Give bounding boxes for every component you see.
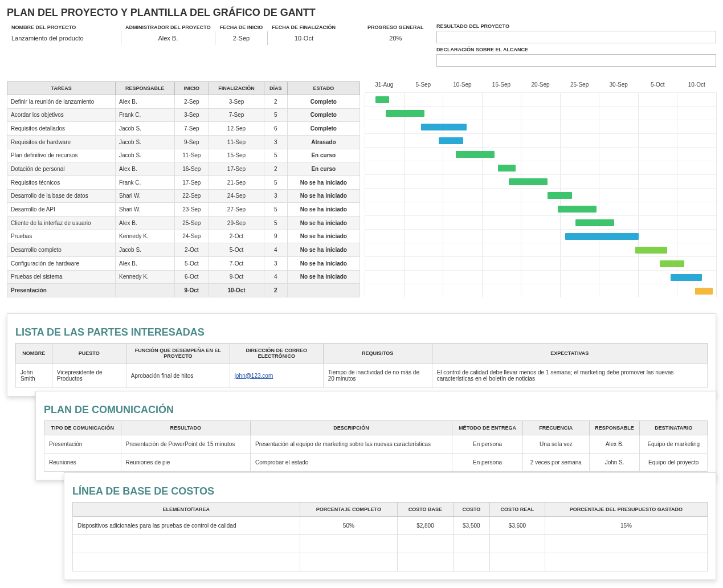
gantt-bar — [439, 137, 463, 144]
gantt-date: 25-Sep — [560, 81, 599, 88]
scope-input[interactable] — [436, 54, 716, 67]
scope-label: DECLARACIÓN SOBRE EL ALCANCE — [436, 47, 716, 52]
gantt-bar — [695, 288, 713, 295]
task-header-task: TAREAS — [7, 82, 116, 95]
gantt-date: 10-Sep — [443, 81, 482, 88]
gantt-bar — [548, 192, 572, 199]
comm-header: TIPO DE COMUNICACIÓN — [44, 421, 121, 435]
stakeholders-table: NOMBREPUESTOFUNCIÓN QUE DESEMPEÑA EN EL … — [15, 343, 708, 388]
gantt-date: 10-Oct — [677, 81, 717, 88]
stk-header: NOMBRE — [16, 344, 52, 364]
gantt-row — [365, 147, 716, 161]
comm-header: RESPONSABLE — [589, 421, 640, 435]
task-header-end: FINALIZACIÓN — [209, 82, 264, 95]
meta-h-name: NOMBRE DEL PROYECTO — [7, 23, 121, 31]
project-meta: NOMBRE DEL PROYECTO ADMINISTRADOR DEL PR… — [7, 23, 716, 70]
task-row: Presentación9-Oct10-Oct2 — [7, 284, 360, 297]
gantt-row — [365, 256, 716, 270]
task-header-resp: RESPONSABLE — [116, 82, 175, 95]
gantt-bar — [386, 110, 424, 117]
gantt-row — [365, 229, 716, 243]
gantt-date: 20-Sep — [521, 81, 560, 88]
gantt-bar — [456, 151, 495, 158]
cost-row-empty — [73, 553, 708, 571]
task-row: PruebasKennedy K.24-Sep2-Oct9No se ha in… — [7, 230, 360, 243]
gantt-bar — [498, 165, 516, 172]
task-row: Desarrollo de la base de datosShari W.22… — [7, 189, 360, 203]
cost-header: COSTO REAL — [489, 503, 545, 517]
gantt-date: 30-Sep — [599, 81, 638, 88]
task-row: Requisitos detalladosJacob S.7-Sep12-Sep… — [7, 122, 360, 136]
meta-table: NOMBRE DEL PROYECTO ADMINISTRADOR DEL PR… — [7, 23, 428, 45]
gantt-row — [365, 243, 716, 256]
stk-header: DIRECCIÓN DE CORREO ELECTRÓNICO — [230, 344, 323, 364]
task-row: Desarrollo de APIShari W.23-Sep27-Sep5No… — [7, 203, 360, 217]
comm-header: DESTINATARIO — [640, 421, 708, 435]
gantt-row — [365, 215, 716, 229]
cost-header: COSTO BASE — [398, 503, 454, 517]
meta-h-end: FECHA DE FINALIZACIÓN — [267, 23, 340, 31]
cost-table: ELEMENTO/TAREAPORCENTAJE COMPLETOCOSTO B… — [72, 502, 708, 571]
gantt-bar — [635, 247, 667, 254]
meta-end: 10-Oct — [267, 31, 340, 45]
task-header-days: DÍAS — [264, 82, 287, 95]
gantt-row — [365, 174, 716, 188]
gantt-row — [365, 120, 716, 133]
gantt-chart: 31-Aug5-Sep10-Sep15-Sep20-Sep25-Sep30-Se… — [365, 81, 716, 297]
cost-card: LÍNEA DE BASE DE COSTOS ELEMENTO/TAREAPO… — [64, 472, 716, 580]
gantt-date: 5-Sep — [404, 81, 443, 88]
result-label: RESULTADO DEL PROYECTO — [436, 23, 716, 29]
comm-header: FRECUENCIA — [523, 421, 590, 435]
stk-header: REQUISITOS — [323, 344, 432, 364]
stk-header: PUESTO — [52, 344, 126, 364]
task-table: TAREASRESPONSABLEINICIOFINALIZACIÓNDÍASE… — [7, 81, 360, 297]
stakeholder-row: John SmithVicepresidente de ProductosApr… — [16, 364, 708, 388]
result-input[interactable] — [436, 31, 716, 43]
comm-row: PresentaciónPresentación de PowerPoint d… — [44, 435, 708, 454]
page-title: PLAN DEL PROYECTO Y PLANTILLA DEL GRÁFIC… — [7, 7, 716, 19]
meta-h-start: FECHA DE INICIO — [215, 23, 268, 31]
cost-header: PORCENTAJE COMPLETO — [300, 503, 398, 517]
meta-h-progress: PROGRESO GENERAL — [363, 23, 428, 31]
meta-admin: Alex B. — [121, 31, 215, 45]
meta-h-admin: ADMINISTRADOR DEL PROYECTO — [121, 23, 215, 31]
gantt-row — [365, 284, 716, 297]
gantt-bar — [509, 178, 548, 185]
gantt-row — [365, 92, 716, 106]
task-row: Requisitos de hardwareJacob S.9-Sep11-Se… — [7, 135, 360, 149]
cost-title: LÍNEA DE BASE DE COSTOS — [72, 485, 708, 497]
gantt-bar — [671, 274, 702, 281]
comm-header: DESCRIPCIÓN — [251, 421, 452, 435]
gantt-row — [365, 188, 716, 202]
gantt-row — [365, 133, 716, 147]
gantt-row — [365, 270, 716, 284]
task-row: Plan definitivo de recursosJacob S.11-Se… — [7, 149, 360, 162]
cost-row: Dispositivos adicionales para las prueba… — [73, 517, 708, 535]
email-link[interactable]: john@123.com — [235, 373, 273, 379]
task-row: Desarrollo completoJacob S.2-Oct5-Oct4No… — [7, 243, 360, 257]
gantt-bar — [660, 260, 684, 267]
stk-header: FUNCIÓN QUE DESEMPEÑA EN EL PROYECTO — [126, 344, 230, 364]
meta-name: Lanzamiento del producto — [7, 31, 121, 45]
task-row: Requisitos técnicosFrank C.17-Sep21-Sep5… — [7, 175, 360, 189]
gantt-date: 15-Sep — [482, 81, 521, 88]
communication-table: TIPO DE COMUNICACIÓNRESULTADODESCRIPCIÓN… — [44, 420, 708, 472]
stakeholders-title: LISTA DE LAS PARTES INTERESADAS — [15, 326, 708, 338]
gantt-bar — [575, 219, 614, 226]
task-row: Acordar los objetivosFrank C.3-Sep7-Sep5… — [7, 108, 360, 122]
communication-title: PLAN DE COMUNICACIÓN — [44, 404, 708, 416]
comm-header: MÉTODO DE ENTREGA — [452, 421, 523, 435]
gantt-row — [365, 161, 716, 174]
gantt-date: 5-Oct — [638, 81, 677, 88]
gantt-bar — [375, 96, 390, 103]
gantt-bar — [558, 206, 597, 213]
stk-header: EXPECTATIVAS — [432, 344, 707, 364]
stakeholders-card: LISTA DE LAS PARTES INTERESADAS NOMBREPU… — [7, 313, 716, 397]
cost-header: COSTO — [453, 503, 489, 517]
communication-card: PLAN DE COMUNICACIÓN TIPO DE COMUNICACIÓ… — [35, 391, 716, 480]
task-row: Dotación de personalAlex B.16-Sep17-Sep2… — [7, 162, 360, 176]
gantt-date: 31-Aug — [365, 81, 404, 88]
comm-row: ReunionesReuniones de pieComprobar el es… — [44, 454, 708, 472]
task-row: Pruebas del sistemaKennedy K.6-Oct9-Oct4… — [7, 270, 360, 284]
gantt-row — [365, 202, 716, 215]
